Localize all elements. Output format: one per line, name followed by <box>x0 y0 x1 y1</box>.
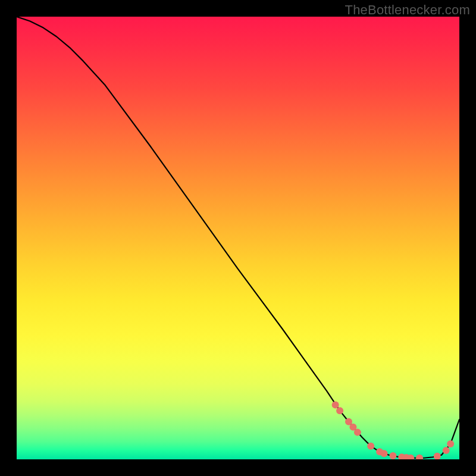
marker-point <box>434 453 441 459</box>
marker-point <box>332 401 339 408</box>
watermark-text: TheBottlenecker.com <box>345 2 470 18</box>
marker-point <box>389 452 396 459</box>
chart-svg <box>17 17 459 459</box>
marker-point <box>381 450 388 457</box>
marker-point <box>336 407 343 414</box>
marker-point <box>443 447 450 454</box>
plot-area <box>17 17 459 459</box>
marker-point <box>416 455 423 459</box>
marker-point <box>367 443 374 450</box>
bottleneck-curve <box>17 17 459 458</box>
curve-markers <box>332 401 454 459</box>
chart-frame: TheBottlenecker.com <box>0 0 476 476</box>
marker-point <box>447 440 454 447</box>
marker-point <box>354 429 361 436</box>
